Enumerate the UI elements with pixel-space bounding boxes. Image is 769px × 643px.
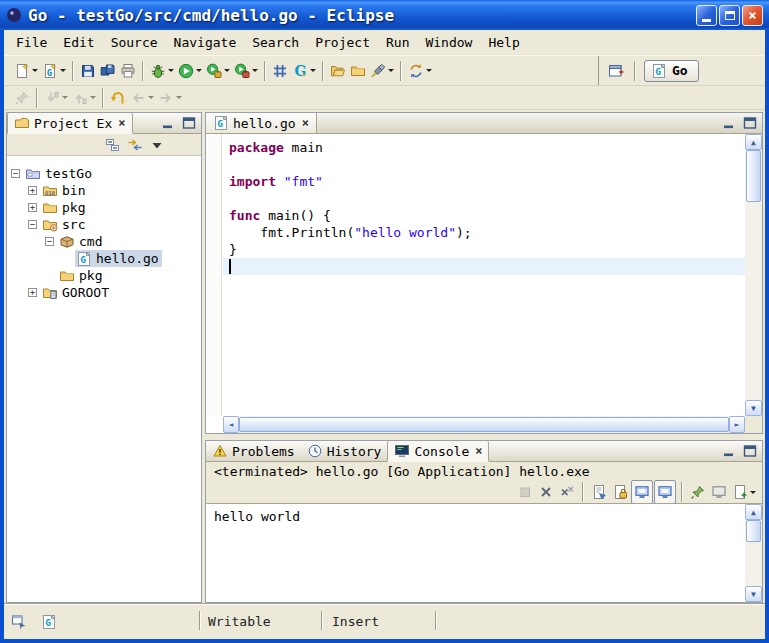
clear-console-button[interactable] <box>589 480 609 504</box>
open-console-button[interactable] <box>730 480 758 504</box>
go-perspective-button[interactable]: G Go <box>644 60 699 82</box>
run-button[interactable] <box>176 59 204 83</box>
menu-project[interactable]: Project <box>307 32 378 53</box>
tree-item-hello-go[interactable]: Ghello.go <box>7 250 201 267</box>
tab-history[interactable]: History <box>301 441 388 461</box>
go-shortcut-button[interactable]: G <box>38 611 60 633</box>
titlebar[interactable]: Go - testGo/src/cmd/hello.go - Eclipse × <box>0 0 769 30</box>
tree-item-bin[interactable]: +010bin <box>7 182 201 199</box>
new-go-app-button[interactable] <box>270 59 290 83</box>
console-vertical-scrollbar[interactable]: ▲ ▼ <box>745 504 762 602</box>
close-button[interactable]: × <box>742 5 763 26</box>
tab-console[interactable]: Console× <box>387 441 489 462</box>
tab-hello-go[interactable]: G hello.go × <box>206 113 317 133</box>
minimize-view-button[interactable] <box>719 114 739 132</box>
tab-problems[interactable]: Problems <box>206 441 301 461</box>
collapse-all-button[interactable] <box>103 133 123 157</box>
menu-help[interactable]: Help <box>480 32 527 53</box>
code-line[interactable]: import "fmt" <box>229 173 745 190</box>
project-tree[interactable]: −testGo+010bin+pkg−src−cmdGhello.gopkg+G… <box>7 155 201 602</box>
tree-item-pkg[interactable]: +pkg <box>7 199 201 216</box>
external-tools-button[interactable] <box>232 59 260 83</box>
scroll-down-button[interactable]: ▼ <box>745 586 762 602</box>
tree-expander-plus-icon[interactable]: + <box>28 288 37 297</box>
tree-expander-plus-icon[interactable]: + <box>28 186 37 195</box>
scroll-left-button[interactable]: ◄ <box>223 416 239 433</box>
scroll-up-button[interactable]: ▲ <box>745 504 762 520</box>
tree-item-cmd[interactable]: −cmd <box>7 233 201 250</box>
scroll-up-button[interactable]: ▲ <box>745 134 762 150</box>
scrollbar-thumb[interactable] <box>746 520 761 542</box>
menu-run[interactable]: Run <box>378 32 417 53</box>
code-line[interactable] <box>229 156 745 173</box>
open-project-button[interactable] <box>348 59 368 83</box>
editor-vertical-scrollbar[interactable]: ▲ ▼ <box>745 134 762 416</box>
show-stdout-button[interactable] <box>631 480 653 504</box>
last-edit-location-button[interactable] <box>108 86 128 110</box>
save-button[interactable] <box>78 59 98 83</box>
tree-expander-minus-icon[interactable]: − <box>45 237 54 246</box>
close-tab-icon[interactable]: × <box>475 444 482 458</box>
pin-editor-button[interactable] <box>12 86 32 110</box>
minimize-view-button[interactable] <box>719 442 739 460</box>
link-with-editor-button[interactable] <box>125 133 145 157</box>
menu-navigate[interactable]: Navigate <box>166 32 245 53</box>
menu-search[interactable]: Search <box>244 32 307 53</box>
previous-annotation-button[interactable] <box>70 86 98 110</box>
new-wizard-button[interactable] <box>12 59 40 83</box>
code-line[interactable]: package main <box>229 139 745 156</box>
debug-button[interactable] <box>148 59 176 83</box>
menu-file[interactable]: File <box>8 32 55 53</box>
code-line[interactable]: fmt.Println("hello world"); <box>229 224 745 241</box>
maximize-view-button[interactable] <box>740 442 760 460</box>
synchronize-button[interactable] <box>406 59 434 83</box>
print-button[interactable] <box>118 59 138 83</box>
maximize-view-button[interactable] <box>179 114 199 132</box>
scroll-lock-button[interactable] <box>610 480 630 504</box>
back-button[interactable] <box>128 86 156 110</box>
remove-all-terminated-button[interactable] <box>557 480 577 504</box>
go-wizard-button[interactable]: G <box>290 59 318 83</box>
editor-horizontal-scrollbar[interactable]: ◄ ► <box>223 416 745 433</box>
save-all-button[interactable] <box>98 59 118 83</box>
remove-launch-button[interactable] <box>536 480 556 504</box>
code-area[interactable]: package mainimport "fmt"func main() { fm… <box>223 134 745 416</box>
tab-project-explorer[interactable]: Project Ex × <box>7 113 133 134</box>
tree-item-src[interactable]: −src <box>7 216 201 233</box>
pin-console-button[interactable] <box>688 480 708 504</box>
fast-view-button[interactable] <box>8 611 30 633</box>
code-line[interactable]: func main() { <box>229 207 745 224</box>
display-selected-console-button[interactable] <box>709 480 729 504</box>
tree-expander-minus-icon[interactable]: − <box>11 169 20 178</box>
maximize-view-button[interactable] <box>740 114 760 132</box>
forward-button[interactable] <box>156 86 184 110</box>
view-menu-button[interactable] <box>147 133 167 157</box>
tree-expander-minus-icon[interactable]: − <box>28 220 37 229</box>
console-output[interactable]: hello world ▲ ▼ <box>206 503 762 602</box>
minimize-view-button[interactable] <box>158 114 178 132</box>
scrollbar-thumb[interactable] <box>746 150 761 202</box>
menu-edit[interactable]: Edit <box>55 32 102 53</box>
menu-window[interactable]: Window <box>417 32 480 53</box>
minimize-button[interactable] <box>696 5 717 26</box>
scroll-down-button[interactable]: ▼ <box>745 400 762 416</box>
search-button[interactable] <box>368 59 396 83</box>
tree-item-pkg[interactable]: pkg <box>7 267 201 284</box>
annotation-ruler[interactable] <box>206 134 222 416</box>
scrollbar-thumb[interactable] <box>239 417 729 432</box>
close-tab-icon[interactable]: × <box>302 116 309 130</box>
scroll-right-button[interactable]: ► <box>729 416 745 433</box>
tree-expander-plus-icon[interactable]: + <box>28 203 37 212</box>
open-folder-button[interactable] <box>328 59 348 83</box>
code-line[interactable] <box>229 190 745 207</box>
new-go-element-button[interactable]: G <box>40 59 68 83</box>
run-last-launched-button[interactable] <box>204 59 232 83</box>
code-line-current[interactable] <box>229 258 745 275</box>
close-tab-icon[interactable]: × <box>118 116 125 130</box>
code-line[interactable]: } <box>229 241 745 258</box>
menu-source[interactable]: Source <box>103 32 166 53</box>
maximize-button[interactable] <box>719 5 740 26</box>
tree-item-testgo[interactable]: −testGo <box>7 165 201 182</box>
tree-item-goroot[interactable]: +GOROOT <box>7 284 201 301</box>
terminate-button[interactable] <box>515 480 535 504</box>
